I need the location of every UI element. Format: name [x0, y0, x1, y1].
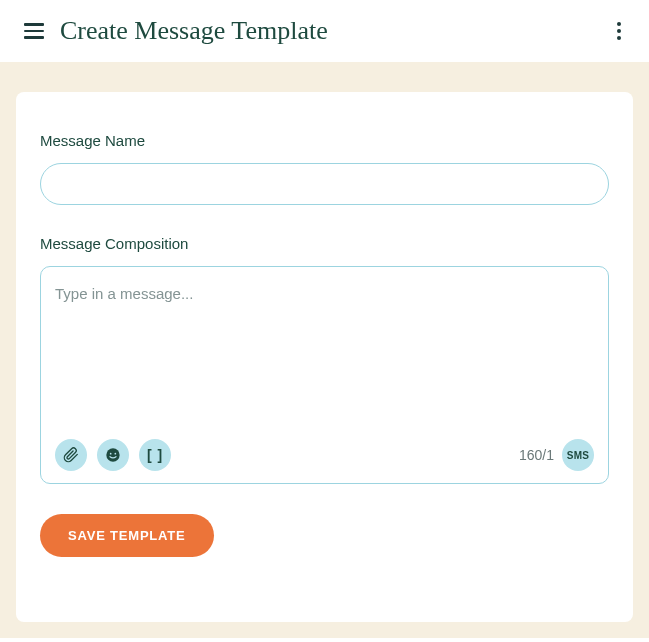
hamburger-menu-icon[interactable] — [24, 23, 44, 39]
message-textarea[interactable] — [55, 285, 594, 425]
composition-status: 160/1 SMS — [519, 439, 594, 471]
svg-point-0 — [106, 448, 119, 461]
page-title: Create Message Template — [60, 16, 328, 46]
header-left: Create Message Template — [24, 16, 328, 46]
composition-box: [ ] 160/1 SMS — [40, 266, 609, 484]
sms-badge: SMS — [562, 439, 594, 471]
composition-footer: [ ] 160/1 SMS — [55, 439, 594, 471]
app-header: Create Message Template — [0, 0, 649, 62]
brackets-icon: [ ] — [147, 447, 163, 463]
paperclip-icon — [63, 447, 79, 463]
message-composition-label: Message Composition — [40, 235, 609, 252]
composition-tools: [ ] — [55, 439, 171, 471]
save-template-button[interactable]: SAVE TEMPLATE — [40, 514, 214, 557]
svg-point-2 — [114, 453, 116, 455]
char-count: 160/1 — [519, 447, 554, 463]
content-wrapper: Message Name Message Composition — [0, 62, 649, 638]
more-menu-icon[interactable] — [613, 18, 625, 44]
attachment-button[interactable] — [55, 439, 87, 471]
placeholder-button[interactable]: [ ] — [139, 439, 171, 471]
emoji-button[interactable] — [97, 439, 129, 471]
message-name-input[interactable] — [40, 163, 609, 205]
emoji-icon — [105, 447, 121, 463]
message-name-label: Message Name — [40, 132, 609, 149]
form-card: Message Name Message Composition — [16, 92, 633, 622]
svg-point-1 — [110, 453, 112, 455]
